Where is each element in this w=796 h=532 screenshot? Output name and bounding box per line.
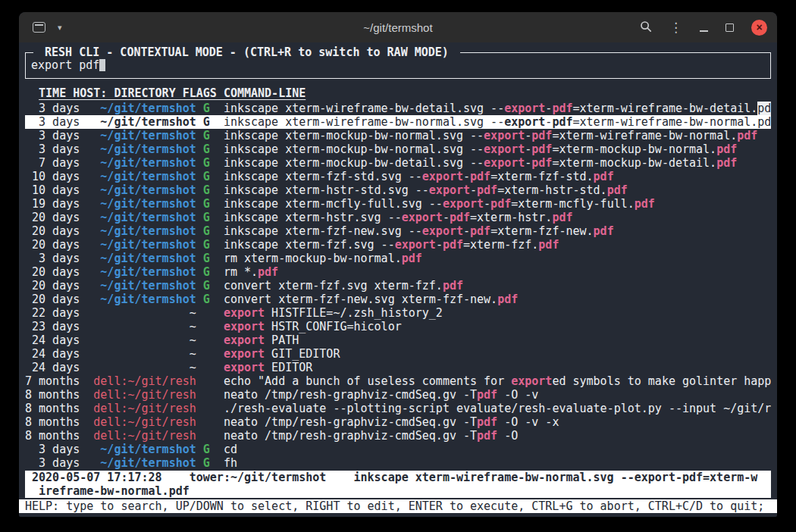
match-highlight: export [511, 374, 552, 388]
flag-badge: G [203, 170, 210, 183]
history-row[interactable]: 3 days ~/git/termshot G inkscape xterm-m… [25, 129, 771, 142]
history-row[interactable]: 24 days ~ export GIT_EDITOR [25, 347, 771, 361]
host-directory: dell:~/git/resh [93, 388, 196, 402]
host-directory: ~/git/termshot [100, 183, 196, 197]
history-row[interactable]: 20 days ~/git/termshot G convert xterm-f… [25, 279, 771, 293]
text-segment: - [525, 129, 531, 142]
history-row[interactable]: 3 days ~/git/termshot G inkscape xterm-m… [25, 142, 771, 156]
text-segment: GIT_EDITOR [265, 347, 340, 361]
text-segment: =xterm-fzf. [463, 238, 538, 252]
match-highlight: export [422, 170, 463, 183]
text-segment: convert xterm-fzf-new.svg xterm-fzf-new. [210, 293, 497, 306]
history-row[interactable]: 10 days ~/git/termshot G inkscape xterm-… [25, 183, 771, 197]
text-segment: 3 days [25, 129, 100, 142]
flag-badge: G [203, 129, 210, 142]
history-row[interactable]: 10 days ~/git/termshot G inkscape xterm-… [25, 170, 771, 183]
text-segment [196, 456, 203, 470]
text-segment: - [436, 238, 443, 252]
history-row[interactable]: 20 days ~/git/termshot G convert xterm-f… [25, 293, 771, 306]
text-segment: 8 months [25, 429, 93, 443]
text-segment: =xterm-mockup-bw-normal. [552, 142, 716, 156]
table-header-indent [25, 86, 39, 100]
titlebar-left: ▾ [19, 22, 62, 33]
host-directory: ~/git/termshot [100, 279, 196, 293]
terminal-window: ~/git/termshot ▾ ⋮ × RESH CLI - CONTEXTU… [19, 12, 777, 517]
history-row[interactable]: 8 months dell:~/git/resh ./resh-evaluate… [25, 402, 771, 415]
text-segment: 24 days ~ [25, 333, 224, 347]
history-row-selected[interactable]: 3 days ~/git/termshot G inkscape xterm-w… [25, 115, 771, 129]
text-segment: - [463, 170, 470, 183]
text-segment: inkscape xterm-fzf-std.svg -- [210, 170, 422, 183]
host-directory: ~/git/termshot [100, 265, 196, 279]
search-panel: RESH CLI - CONTEXTUAL MODE - (CTRL+R to … [25, 52, 771, 79]
close-button[interactable]: × [751, 20, 767, 36]
chevron-down-icon[interactable]: ▾ [58, 23, 62, 33]
desktop: { "colors": { "background": "#252a34", "… [0, 0, 796, 532]
text-segment: 7 months [25, 374, 93, 388]
text-segment [196, 238, 203, 252]
history-row[interactable]: 3 days ~/git/termshot G cd [25, 443, 771, 456]
text-segment: =xterm-wireframe-bw-normal. [552, 129, 737, 142]
host-directory: ~/git/termshot [100, 211, 196, 224]
menu-kebab-icon[interactable]: ⋮ [669, 21, 682, 34]
text-segment [196, 443, 203, 456]
flag-badge: G [203, 102, 210, 115]
history-row[interactable]: 20 days ~/git/termshot G inkscape xterm-… [25, 224, 771, 238]
history-row[interactable]: 3 days ~/git/termshot G rm xterm-mockup-… [25, 252, 771, 265]
maximize-button[interactable] [725, 21, 734, 34]
match-highlight: pdf [477, 388, 497, 402]
text-segment [196, 252, 203, 265]
host-directory: ~/git/termshot [100, 238, 196, 252]
text-segment: echo "Add a bunch of useless comments fo… [196, 374, 511, 388]
history-row[interactable]: 8 months dell:~/git/resh neato /tmp/resh… [25, 429, 771, 443]
host-directory: ~/git/termshot [100, 293, 196, 306]
match-highlight: export [504, 102, 545, 115]
match-highlight: pdf [443, 279, 463, 293]
terminal-content: RESH CLI - CONTEXTUAL MODE - (CTRL+R to … [19, 42, 777, 513]
history-row[interactable]: 3 days ~/git/termshot G inkscape xterm-w… [25, 102, 771, 115]
host-directory: ~/git/termshot [100, 156, 196, 170]
history-row[interactable]: 8 months dell:~/git/resh neato /tmp/resh… [25, 415, 771, 429]
match-highlight: export [484, 156, 525, 170]
history-row[interactable]: 20 days ~/git/termshot G inkscape xterm-… [25, 238, 771, 252]
minimize-button[interactable] [700, 21, 708, 34]
search-icon[interactable] [640, 20, 652, 35]
host-directory: dell:~/git/resh [93, 429, 196, 443]
history-row[interactable]: 19 days ~/git/termshot G inkscape xterm-… [25, 197, 771, 211]
text-segment: =xterm-mockup-bw-detail. [552, 156, 716, 170]
titlebar: ~/git/termshot ▾ ⋮ × [19, 12, 777, 42]
text-segment: 10 days [25, 170, 100, 183]
text-segment: ./resh-evaluate --plotting-script evalua… [196, 402, 771, 415]
history-row[interactable]: 23 days ~ export HSTR_CONFIG=hicolor [25, 320, 771, 333]
history-row[interactable]: 8 months dell:~/git/resh neato /tmp/resh… [25, 388, 771, 402]
match-highlight: pdf [531, 129, 552, 142]
flag-badge: G [203, 265, 210, 279]
text-segment: 24 days ~ [25, 347, 224, 361]
new-tab-icon[interactable] [33, 22, 45, 33]
text-segment: 20 days [25, 238, 100, 252]
text-segment: 8 months [25, 402, 93, 415]
host-directory: ~/git/termshot [100, 142, 196, 156]
history-row[interactable]: 7 months dell:~/git/resh echo "Add a bun… [25, 374, 771, 388]
match-highlight: export [443, 197, 484, 211]
match-highlight: pdf [477, 429, 497, 443]
text-segment [196, 102, 203, 115]
text-segment: 3 days [25, 443, 100, 456]
text-segment: inkscape xterm-mockup-bw-normal.svg -- [210, 142, 484, 156]
history-row[interactable]: 20 days ~/git/termshot G inkscape xterm-… [25, 211, 771, 224]
match-highlight: pdf [477, 415, 497, 429]
match-highlight: export [224, 361, 265, 374]
match-highlight: pdf [552, 211, 572, 224]
history-row[interactable]: 20 days ~/git/termshot G rm *.pdf [25, 265, 771, 279]
flag-badge: G [203, 142, 210, 156]
match-highlight: pdf [490, 197, 511, 211]
host-directory: dell:~/git/resh [93, 415, 196, 429]
text-segment: -O -v [497, 388, 538, 402]
text-segment: convert xterm-fzf.svg xterm-fzf. [210, 279, 443, 293]
history-row[interactable]: 3 days ~/git/termshot G fh [25, 456, 771, 470]
history-row[interactable]: 24 days ~ export PATH [25, 333, 771, 347]
history-row[interactable]: 22 days ~ export HISTFILE=~/.zsh_history… [25, 306, 771, 320]
history-row[interactable]: 7 days ~/git/termshot G inkscape xterm-m… [25, 156, 771, 170]
host-directory: ~/git/termshot [100, 115, 196, 129]
history-row[interactable]: 24 days ~ export EDITOR [25, 361, 771, 374]
